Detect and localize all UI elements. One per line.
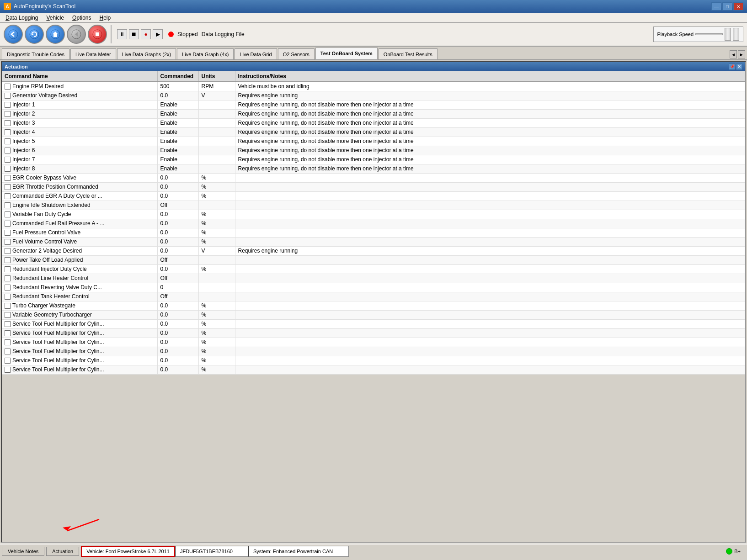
tab-live-meter[interactable]: Live Data Meter [70, 48, 116, 59]
menu-vehicle[interactable]: Vehicle [43, 14, 68, 22]
tab-nav-right[interactable]: ► [738, 50, 745, 58]
prev-button[interactable] [67, 25, 86, 44]
play-button[interactable]: ▶ [153, 29, 163, 39]
row-checkbox[interactable] [5, 111, 11, 117]
table-row[interactable]: Redundant Reverting Valve Duty C...0 [2, 283, 745, 292]
panel-close-button[interactable]: ✕ [736, 63, 742, 70]
record-button[interactable]: ● [141, 29, 151, 39]
row-checkbox[interactable] [5, 129, 11, 135]
table-row[interactable]: Turbo Charger Wastegate0.0% [2, 301, 745, 310]
row-checkbox[interactable] [5, 184, 11, 190]
table-row[interactable]: Service Tool Fuel Multiplier for Cylin..… [2, 328, 745, 338]
table-row[interactable]: Commanded Fuel Rail Pressure A - ...0.0% [2, 219, 745, 228]
row-checkbox[interactable] [5, 93, 11, 99]
row-checkbox[interactable] [5, 211, 11, 217]
table-row[interactable]: Service Tool Fuel Multiplier for Cylin..… [2, 356, 745, 365]
row-checkbox[interactable] [5, 84, 11, 90]
row-checkbox[interactable] [5, 358, 11, 364]
stop-playback-button[interactable]: ⏹ [129, 29, 139, 39]
row-checkbox[interactable] [5, 193, 11, 199]
tab-live-graphs-2x[interactable]: Live Data Graphs (2x) [117, 48, 176, 59]
row-checkbox[interactable] [5, 138, 11, 144]
table-row[interactable]: Variable Geometry Turbocharger0.0% [2, 310, 745, 319]
row-checkbox[interactable] [5, 303, 11, 309]
row-checkbox[interactable] [5, 330, 11, 336]
row-checkbox[interactable] [5, 349, 11, 354]
tab-dtc[interactable]: Diagnostic Trouble Codes [2, 48, 69, 59]
row-checkbox[interactable] [5, 221, 11, 227]
row-checkbox[interactable] [5, 230, 11, 236]
row-checkbox[interactable] [5, 294, 11, 300]
row-checkbox[interactable] [5, 148, 11, 153]
tab-onboard-results[interactable]: OnBoard Test Results [379, 48, 438, 59]
actuation-button[interactable]: Actuation [46, 547, 79, 556]
table-row[interactable]: Service Tool Fuel Multiplier for Cylin..… [2, 347, 745, 356]
home-button[interactable] [46, 25, 65, 44]
table-row[interactable]: Injector 1EnableRequires engine running,… [2, 100, 745, 109]
row-checkbox[interactable] [5, 266, 11, 272]
row-checkbox[interactable] [5, 202, 11, 208]
table-row[interactable]: Service Tool Fuel Multiplier for Cylin..… [2, 338, 745, 347]
table-row[interactable]: Power Take Off Load AppliedOff [2, 255, 745, 264]
close-button[interactable]: ✕ [733, 2, 743, 11]
table-row[interactable]: Redundant Tank Heater ControlOff [2, 292, 745, 301]
stop-button[interactable] [88, 25, 107, 44]
table-row[interactable]: Injector 6EnableRequires engine running,… [2, 146, 745, 155]
row-checkbox[interactable] [5, 312, 11, 318]
speed-slider[interactable] [695, 33, 723, 35]
table-container[interactable]: Command Name Commanded Units Instruction… [2, 71, 745, 542]
cell-notes [235, 182, 745, 191]
back-button[interactable] [4, 25, 23, 44]
speed-decrease-button[interactable] [725, 28, 731, 41]
tab-test-onboard[interactable]: Test OnBoard System [315, 48, 378, 59]
menu-help[interactable]: Help [96, 14, 114, 22]
table-row[interactable]: Fuel Volume Control Valve0.0% [2, 237, 745, 246]
table-row[interactable]: Generator Voltage Desired0.0VRequires en… [2, 91, 745, 100]
table-row[interactable]: EGR Throttle Position Commanded0.0% [2, 182, 745, 191]
row-checkbox[interactable] [5, 239, 11, 245]
table-row[interactable]: EGR Cooler Bypass Valve0.0% [2, 173, 745, 182]
row-checkbox[interactable] [5, 339, 11, 345]
row-checkbox[interactable] [5, 166, 11, 172]
table-row[interactable]: Engine Idle Shutdown ExtendedOff [2, 201, 745, 210]
table-row[interactable]: Fuel Pressure Control Valve0.0% [2, 228, 745, 237]
tab-o2-sensors[interactable]: O2 Sensors [278, 48, 315, 59]
row-checkbox[interactable] [5, 175, 11, 181]
row-checkbox[interactable] [5, 102, 11, 108]
row-checkbox[interactable] [5, 157, 11, 163]
minimize-button[interactable]: — [711, 2, 721, 11]
refresh-button[interactable] [25, 25, 44, 44]
table-row[interactable]: Service Tool Fuel Multiplier for Cylin..… [2, 319, 745, 328]
row-checkbox[interactable] [5, 248, 11, 254]
table-row[interactable]: Injector 5EnableRequires engine running,… [2, 137, 745, 146]
table-row[interactable]: Variable Fan Duty Cycle0.0% [2, 210, 745, 219]
row-checkbox[interactable] [5, 275, 11, 281]
row-checkbox[interactable] [5, 257, 11, 263]
table-row[interactable]: Injector 4EnableRequires engine running,… [2, 127, 745, 137]
row-checkbox[interactable] [5, 285, 11, 291]
menu-options[interactable]: Options [69, 14, 95, 22]
table-row[interactable]: Engine RPM Desired500RPMVehicle must be … [2, 82, 745, 91]
table-row[interactable]: Injector 2EnableRequires engine running,… [2, 109, 745, 118]
table-row[interactable]: Service Tool Fuel Multiplier for Cylin..… [2, 365, 745, 374]
row-checkbox[interactable] [5, 120, 11, 126]
panel-pin-button[interactable]: 📌 [729, 63, 735, 70]
table-row[interactable]: Injector 3EnableRequires engine running,… [2, 118, 745, 127]
pause-button[interactable]: ⏸ [117, 29, 127, 39]
tab-live-grid[interactable]: Live Data Grid [235, 48, 277, 59]
menu-data-logging[interactable]: Data Logging [2, 14, 42, 22]
table-row[interactable]: Redundant Injector Duty Cycle0.0% [2, 264, 745, 274]
table-row[interactable]: Commanded EGR A Duty Cycle or ...0.0% [2, 191, 745, 201]
cell-commanded: 0.0 [157, 191, 198, 201]
vehicle-notes-button[interactable]: Vehicle Notes [2, 547, 44, 556]
row-checkbox[interactable] [5, 321, 11, 327]
table-row[interactable]: Generator 2 Voltage Desired0.0VRequires … [2, 246, 745, 255]
table-row[interactable]: Injector 8EnableRequires engine running,… [2, 164, 745, 173]
speed-increase-button[interactable] [733, 28, 739, 41]
table-row[interactable]: Redundant Line Heater ControlOff [2, 274, 745, 283]
tab-nav-left[interactable]: ◄ [730, 50, 737, 58]
row-checkbox[interactable] [5, 367, 11, 373]
table-row[interactable]: Injector 7EnableRequires engine running,… [2, 155, 745, 164]
restore-button[interactable]: □ [722, 2, 732, 11]
tab-live-graph-4x[interactable]: Live Data Graph (4x) [177, 48, 234, 59]
